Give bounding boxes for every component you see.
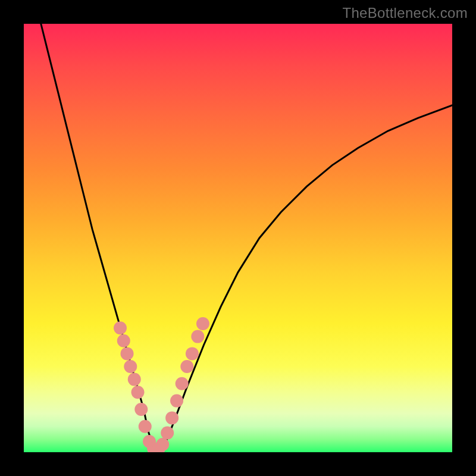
marker-point	[128, 373, 141, 386]
chart-svg	[24, 24, 452, 452]
marker-point	[186, 347, 199, 360]
marker-point	[170, 394, 183, 408]
marker-point	[165, 411, 178, 424]
marker-point	[156, 438, 169, 451]
marker-point	[131, 386, 145, 399]
marker-point	[124, 360, 137, 373]
watermark-label: TheBottleneck.com	[342, 5, 468, 21]
marker-point	[134, 403, 148, 416]
marker-point	[117, 334, 130, 347]
bottleneck-curve	[41, 24, 452, 450]
marker-point	[176, 377, 189, 390]
marker-point	[161, 427, 174, 440]
marker-point	[139, 420, 152, 433]
marker-point	[114, 321, 127, 334]
marker-point	[191, 330, 204, 343]
plot-area	[24, 24, 452, 452]
marker-point	[180, 360, 193, 373]
marker-point	[121, 347, 134, 360]
marker-point	[196, 317, 209, 330]
